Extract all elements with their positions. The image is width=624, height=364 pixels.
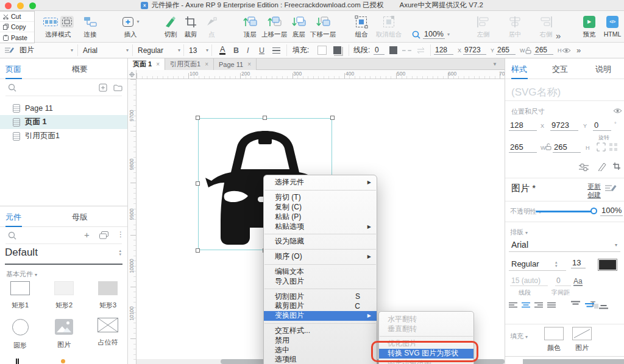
add-widget-icon[interactable]: +	[84, 229, 90, 240]
paste-menu-item[interactable]: Paste	[0, 32, 34, 43]
x-position-field[interactable]: 128	[434, 46, 453, 55]
align-justify-icon[interactable]	[547, 302, 556, 309]
align-left-icon[interactable]	[509, 302, 518, 309]
zoom-window-button[interactable]	[29, 2, 36, 9]
format-overflow-chevrons[interactable]: »	[576, 46, 580, 55]
marquee-select-icon[interactable]	[43, 16, 58, 28]
close-tab-icon[interactable]: ×	[156, 61, 160, 68]
close-tab-icon[interactable]: ×	[247, 61, 251, 68]
page-list-item[interactable]: Page 11	[0, 101, 127, 115]
widget-rect1[interactable]: 矩形1	[1, 281, 40, 310]
widget-name-input[interactable]: (SVG名称)	[511, 85, 561, 99]
overflow-menu-icon[interactable]: ⋮	[117, 230, 124, 239]
menu-item-transform-image[interactable]: 变换图片▶	[264, 311, 377, 321]
widget-rect3[interactable]: 矩形3	[88, 281, 127, 310]
library-stack-icon[interactable]	[99, 231, 108, 239]
widget-circle[interactable]: 圆形	[1, 319, 40, 350]
font-color-button[interactable]: A	[219, 46, 225, 55]
menu-item[interactable]: 交互样式...	[264, 326, 377, 336]
tab-notes[interactable]: 说明	[595, 64, 611, 75]
html-export-tool[interactable]: </> HTML	[598, 14, 624, 38]
line-color-swatch[interactable]	[389, 46, 398, 55]
resize-handle-w[interactable]	[196, 181, 200, 186]
zoom-caret-icon[interactable]: ▾	[447, 32, 450, 37]
select-mode-tool[interactable]: 选择模式	[37, 14, 79, 39]
tab-widgets[interactable]: 元件	[5, 212, 21, 223]
opacity-value[interactable]: 100%	[600, 206, 623, 216]
letter-spacing-field[interactable]: 0	[555, 276, 571, 286]
insert-caret-icon[interactable]: ▾	[136, 19, 139, 24]
rotate-field[interactable]: 0	[593, 121, 611, 131]
italic-button[interactable]: I	[247, 46, 249, 55]
opacity-slider[interactable]	[536, 211, 595, 212]
lock-icon[interactable]	[545, 143, 551, 150]
page-list-item-selected[interactable]: 页面 1	[0, 115, 127, 129]
menu-item[interactable]: 选中	[264, 345, 377, 355]
tab-interactions[interactable]: 交互	[552, 64, 568, 75]
group-tool[interactable]: 组合	[347, 14, 376, 39]
menu-item[interactable]: 禁用	[264, 335, 377, 345]
resize-handle-nw[interactable]	[196, 116, 200, 120]
page-list-item[interactable]: 引用页面1	[0, 129, 127, 143]
line-height-field[interactable]: 15 (auto)	[510, 276, 548, 286]
doc-tab[interactable]: Page 11 ×	[214, 58, 257, 70]
fill-image-swatch[interactable]	[572, 327, 592, 340]
tab-style[interactable]: 样式	[511, 64, 527, 75]
fill-color-swatch[interactable]	[544, 327, 564, 340]
corner-squares-icon[interactable]	[609, 142, 618, 152]
crop-icon[interactable]	[612, 162, 621, 170]
library-stepper-icon[interactable]: ▴▾	[119, 249, 121, 256]
widget-image[interactable]: 图片	[44, 319, 83, 349]
zoom-control[interactable]: 100% ▾	[412, 30, 450, 39]
resize-handle-sw[interactable]	[196, 248, 200, 253]
doc-tab-active[interactable]: 页面 1 ×	[128, 58, 165, 70]
single-select-icon[interactable]	[60, 16, 74, 28]
zoom-value[interactable]: 100%	[423, 30, 445, 39]
align-right-icon[interactable]	[534, 302, 544, 309]
menu-item[interactable]: 复制 (C)	[264, 203, 377, 212]
widget-category[interactable]: 基本元件 ▾	[6, 270, 127, 279]
resize-handle-ne[interactable]	[330, 116, 335, 120]
menu-item[interactable]: 粘贴选项▶	[264, 222, 377, 231]
submenu-item-convert-svg[interactable]: 转换 SVG 图片为形状	[379, 349, 473, 359]
create-image-link[interactable]: 创建	[587, 191, 601, 200]
add-folder-icon[interactable]	[113, 84, 122, 91]
preview-play-icon[interactable]: ▶	[583, 16, 595, 28]
tab-pages[interactable]: 页面	[5, 64, 21, 75]
font-size-select[interactable]: 13 ▾	[189, 43, 208, 58]
font-family-select[interactable]: Arial ▾	[83, 43, 129, 58]
menu-item[interactable]: 粘贴 (P)	[264, 212, 377, 222]
underline-button[interactable]: U	[259, 46, 264, 55]
doc-tab[interactable]: 引用页面1 ×	[165, 58, 214, 70]
ruler-origin-button[interactable]	[128, 70, 136, 79]
menu-item[interactable]: 设为隐藏	[264, 237, 377, 247]
font-family-select[interactable]: Arial	[511, 240, 528, 250]
menu-item[interactable]: 导入图片	[264, 276, 377, 286]
font-color-swatch[interactable]	[598, 259, 617, 271]
menu-item[interactable]: 剪切 (T)	[264, 193, 377, 203]
copy-menu-item[interactable]: Copy	[0, 22, 34, 32]
menu-item[interactable]: 选项组	[264, 355, 377, 364]
menu-item[interactable]: 选择元件▶	[264, 178, 377, 187]
widget-placeholder[interactable]: 占位符	[88, 318, 127, 347]
more-properties-sliders-icon[interactable]	[578, 163, 589, 172]
font-size-field[interactable]: 13	[571, 258, 586, 268]
style-edit-icon[interactable]	[4, 43, 14, 58]
html-code-icon[interactable]: </>	[606, 16, 619, 28]
align-center-icon[interactable]	[522, 302, 531, 309]
height-field[interactable]: 265	[553, 142, 581, 153]
valign-bottom-icon[interactable]	[599, 304, 609, 312]
menu-item[interactable]: 顺序 (O)▶	[264, 252, 377, 262]
edit-note-icon[interactable]	[604, 183, 617, 193]
case-aa-icon[interactable]: Aa	[573, 278, 583, 286]
font-weight-select[interactable]: Regular	[511, 259, 539, 268]
valign-middle-icon[interactable]	[585, 302, 595, 310]
height-field[interactable]: 265	[534, 46, 553, 55]
update-image-link[interactable]: 更新	[587, 182, 601, 191]
y-position-field[interactable]: 9723	[463, 46, 486, 55]
shadow-swatch[interactable]	[333, 46, 342, 55]
width-field[interactable]: 265	[496, 46, 516, 55]
menu-item[interactable]: 切割图片S	[264, 292, 377, 301]
width-field[interactable]: 265	[509, 142, 537, 153]
insert-tool[interactable]: ▾ 插入	[113, 14, 147, 39]
